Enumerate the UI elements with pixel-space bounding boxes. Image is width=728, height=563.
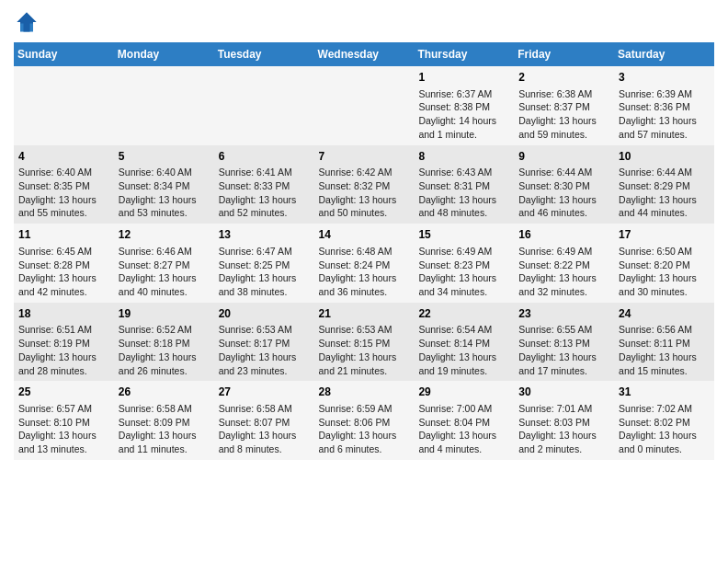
day-number: 14 <box>319 227 410 243</box>
day-number: 22 <box>418 306 509 322</box>
day-info: Sunrise: 7:02 AM Sunset: 8:02 PM Dayligh… <box>619 402 710 456</box>
day-number: 1 <box>418 70 509 86</box>
calendar-day: 9Sunrise: 6:44 AM Sunset: 8:30 PM Daylig… <box>514 145 614 224</box>
calendar-week-2: 4Sunrise: 6:40 AM Sunset: 8:35 PM Daylig… <box>14 145 714 224</box>
day-info: Sunrise: 6:49 AM Sunset: 8:22 PM Dayligh… <box>518 245 609 299</box>
calendar-day: 12Sunrise: 6:46 AM Sunset: 8:27 PM Dayli… <box>114 224 214 303</box>
day-info: Sunrise: 6:40 AM Sunset: 8:35 PM Dayligh… <box>18 166 109 220</box>
day-number: 4 <box>18 149 109 165</box>
day-number: 3 <box>619 70 710 86</box>
day-info: Sunrise: 6:56 AM Sunset: 8:11 PM Dayligh… <box>619 323 710 377</box>
calendar-table: SundayMondayTuesdayWednesdayThursdayFrid… <box>14 42 714 460</box>
day-info: Sunrise: 6:47 AM Sunset: 8:25 PM Dayligh… <box>219 245 310 299</box>
day-info: Sunrise: 6:50 AM Sunset: 8:20 PM Dayligh… <box>619 245 710 299</box>
calendar-day: 22Sunrise: 6:54 AM Sunset: 8:14 PM Dayli… <box>414 303 514 382</box>
calendar-week-4: 18Sunrise: 6:51 AM Sunset: 8:19 PM Dayli… <box>14 303 714 382</box>
calendar-day: 10Sunrise: 6:44 AM Sunset: 8:29 PM Dayli… <box>614 145 714 224</box>
calendar-day <box>314 66 415 145</box>
day-info: Sunrise: 6:44 AM Sunset: 8:30 PM Dayligh… <box>518 166 609 220</box>
day-number: 17 <box>619 227 710 243</box>
calendar-day: 19Sunrise: 6:52 AM Sunset: 8:18 PM Dayli… <box>114 303 214 382</box>
calendar-day: 20Sunrise: 6:53 AM Sunset: 8:17 PM Dayli… <box>214 303 314 382</box>
weekday-header-monday: Monday <box>114 42 214 66</box>
logo <box>14 9 43 35</box>
calendar-day: 11Sunrise: 6:45 AM Sunset: 8:28 PM Dayli… <box>14 224 114 303</box>
calendar-day: 30Sunrise: 7:01 AM Sunset: 8:03 PM Dayli… <box>514 381 614 460</box>
calendar-day: 7Sunrise: 6:42 AM Sunset: 8:32 PM Daylig… <box>314 145 415 224</box>
calendar-day: 8Sunrise: 6:43 AM Sunset: 8:31 PM Daylig… <box>414 145 514 224</box>
calendar-day: 13Sunrise: 6:47 AM Sunset: 8:25 PM Dayli… <box>214 224 314 303</box>
calendar-day: 24Sunrise: 6:56 AM Sunset: 8:11 PM Dayli… <box>614 303 714 382</box>
day-number: 30 <box>518 385 609 400</box>
calendar-day: 1Sunrise: 6:37 AM Sunset: 8:38 PM Daylig… <box>414 66 514 145</box>
calendar-day: 14Sunrise: 6:48 AM Sunset: 8:24 PM Dayli… <box>314 224 415 303</box>
day-number: 5 <box>119 149 210 165</box>
day-number: 7 <box>319 149 410 165</box>
calendar-day <box>114 66 214 145</box>
day-number: 11 <box>18 227 109 243</box>
day-number: 12 <box>119 227 210 243</box>
calendar-day <box>214 66 314 145</box>
weekday-header-tuesday: Tuesday <box>214 42 314 66</box>
day-number: 9 <box>518 149 609 165</box>
svg-marker-1 <box>17 13 37 32</box>
weekday-header-wednesday: Wednesday <box>314 42 415 66</box>
day-number: 25 <box>18 385 109 400</box>
calendar-day: 26Sunrise: 6:58 AM Sunset: 8:09 PM Dayli… <box>114 381 214 460</box>
day-number: 8 <box>418 149 509 165</box>
calendar-day: 23Sunrise: 6:55 AM Sunset: 8:13 PM Dayli… <box>514 303 614 382</box>
logo-icon <box>14 9 40 35</box>
day-number: 19 <box>119 306 210 322</box>
day-info: Sunrise: 6:49 AM Sunset: 8:23 PM Dayligh… <box>418 245 509 299</box>
day-info: Sunrise: 6:58 AM Sunset: 8:07 PM Dayligh… <box>219 402 310 456</box>
day-info: Sunrise: 6:55 AM Sunset: 8:13 PM Dayligh… <box>518 323 609 377</box>
day-info: Sunrise: 6:42 AM Sunset: 8:32 PM Dayligh… <box>319 166 410 220</box>
calendar-day: 5Sunrise: 6:40 AM Sunset: 8:34 PM Daylig… <box>114 145 214 224</box>
day-number: 31 <box>619 385 710 400</box>
day-info: Sunrise: 6:53 AM Sunset: 8:17 PM Dayligh… <box>219 323 310 377</box>
calendar-day: 21Sunrise: 6:53 AM Sunset: 8:15 PM Dayli… <box>314 303 415 382</box>
day-info: Sunrise: 6:58 AM Sunset: 8:09 PM Dayligh… <box>119 402 210 456</box>
day-info: Sunrise: 6:38 AM Sunset: 8:37 PM Dayligh… <box>518 87 609 142</box>
day-number: 26 <box>119 385 210 400</box>
day-info: Sunrise: 6:46 AM Sunset: 8:27 PM Dayligh… <box>119 245 210 299</box>
calendar-day: 16Sunrise: 6:49 AM Sunset: 8:22 PM Dayli… <box>514 224 614 303</box>
weekday-header-sunday: Sunday <box>14 42 114 66</box>
day-number: 6 <box>219 149 310 165</box>
day-info: Sunrise: 6:44 AM Sunset: 8:29 PM Dayligh… <box>619 166 710 220</box>
calendar-week-5: 25Sunrise: 6:57 AM Sunset: 8:10 PM Dayli… <box>14 381 714 460</box>
day-info: Sunrise: 6:59 AM Sunset: 8:06 PM Dayligh… <box>319 402 410 456</box>
calendar-day: 29Sunrise: 7:00 AM Sunset: 8:04 PM Dayli… <box>414 381 514 460</box>
day-info: Sunrise: 6:53 AM Sunset: 8:15 PM Dayligh… <box>319 323 410 377</box>
header <box>14 9 714 35</box>
calendar-day: 17Sunrise: 6:50 AM Sunset: 8:20 PM Dayli… <box>614 224 714 303</box>
day-info: Sunrise: 6:54 AM Sunset: 8:14 PM Dayligh… <box>418 323 509 377</box>
day-number: 10 <box>619 149 710 165</box>
day-number: 20 <box>219 306 310 322</box>
calendar-day: 4Sunrise: 6:40 AM Sunset: 8:35 PM Daylig… <box>14 145 114 224</box>
day-info: Sunrise: 6:57 AM Sunset: 8:10 PM Dayligh… <box>18 402 109 456</box>
calendar-day: 15Sunrise: 6:49 AM Sunset: 8:23 PM Dayli… <box>414 224 514 303</box>
day-number: 13 <box>219 227 310 243</box>
day-info: Sunrise: 6:52 AM Sunset: 8:18 PM Dayligh… <box>119 323 210 377</box>
calendar-day: 28Sunrise: 6:59 AM Sunset: 8:06 PM Dayli… <box>314 381 415 460</box>
weekday-header-thursday: Thursday <box>414 42 514 66</box>
day-number: 2 <box>518 70 609 86</box>
day-info: Sunrise: 6:40 AM Sunset: 8:34 PM Dayligh… <box>119 166 210 220</box>
day-info: Sunrise: 6:45 AM Sunset: 8:28 PM Dayligh… <box>18 245 109 299</box>
weekday-header-row: SundayMondayTuesdayWednesdayThursdayFrid… <box>14 42 714 66</box>
weekday-header-saturday: Saturday <box>614 42 714 66</box>
day-number: 21 <box>319 306 410 322</box>
day-info: Sunrise: 6:39 AM Sunset: 8:36 PM Dayligh… <box>619 87 710 142</box>
day-info: Sunrise: 7:01 AM Sunset: 8:03 PM Dayligh… <box>518 402 609 456</box>
day-number: 18 <box>18 306 109 322</box>
day-number: 27 <box>219 385 310 400</box>
calendar-day: 25Sunrise: 6:57 AM Sunset: 8:10 PM Dayli… <box>14 381 114 460</box>
day-number: 28 <box>319 385 410 400</box>
weekday-header-friday: Friday <box>514 42 614 66</box>
day-info: Sunrise: 6:51 AM Sunset: 8:19 PM Dayligh… <box>18 323 109 377</box>
day-number: 23 <box>518 306 609 322</box>
calendar-day <box>14 66 114 145</box>
day-number: 15 <box>418 227 509 243</box>
day-info: Sunrise: 6:43 AM Sunset: 8:31 PM Dayligh… <box>418 166 509 220</box>
